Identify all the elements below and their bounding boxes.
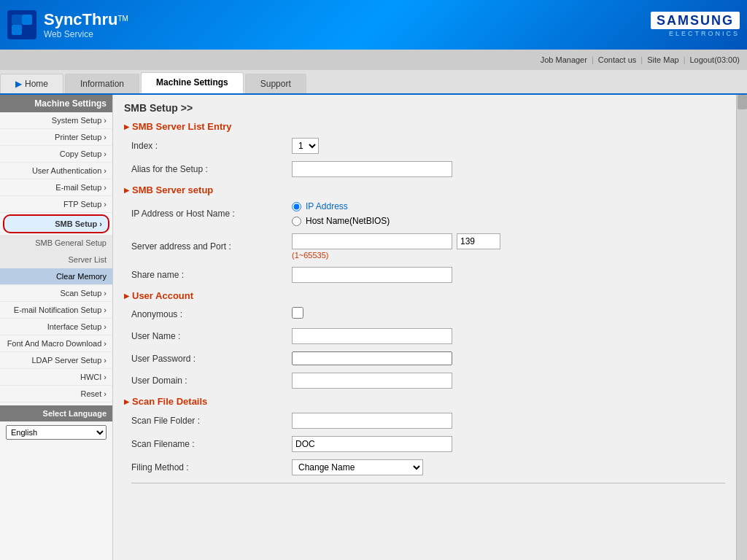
scan-filename-label: Scan Filename : — [131, 439, 292, 449]
language-select-wrapper: English Português Español Français Deuts… — [0, 421, 112, 443]
scan-folder-row: Scan File Folder : — [124, 413, 725, 429]
scan-folder-control — [292, 413, 452, 429]
web-service-text: Web Service — [44, 29, 128, 39]
ip-address-text: IP Address — [306, 201, 348, 211]
sidebar-item-system-setup[interactable]: System Setup › — [0, 112, 112, 129]
site-map-link[interactable]: Site Map — [647, 55, 678, 64]
sep1: | — [592, 55, 594, 64]
content: SMB Setup >> SMB Server List Entry Index… — [113, 95, 736, 560]
tab-home[interactable]: ▶ Home — [0, 74, 63, 93]
server-port-control: (1~65535) — [292, 233, 500, 260]
electronics-text: ELECTRONICS — [651, 30, 740, 37]
sidebar-item-clear-memory[interactable]: Clear Memory — [0, 268, 112, 285]
filing-method-select[interactable]: Change Name Overwrite Cancel — [292, 459, 423, 475]
scrollbar[interactable] — [736, 95, 747, 560]
server-address-input[interactable] — [292, 233, 452, 249]
port-input[interactable] — [457, 233, 500, 249]
samsung-name: SAMSUNG — [651, 12, 740, 29]
username-input[interactable] — [292, 328, 452, 344]
smb-server-list-entry-title: SMB Server List Entry — [124, 121, 725, 132]
index-select[interactable]: 1 2 3 4 5 — [292, 138, 319, 154]
anonymous-checkbox[interactable] — [292, 307, 303, 319]
index-control: 1 2 3 4 5 — [292, 138, 319, 154]
sidebar-item-server-list[interactable]: Server List — [0, 252, 112, 268]
sidebar-item-email-setup[interactable]: E-mail Setup › — [0, 179, 112, 196]
ip-address-radio[interactable] — [292, 202, 301, 211]
sidebar-item-reset[interactable]: Reset › — [0, 386, 112, 402]
scan-filename-control — [292, 436, 452, 452]
scan-folder-input[interactable] — [292, 413, 452, 429]
scrollbar-thumb[interactable] — [738, 95, 747, 109]
password-label: User Password : — [131, 354, 292, 364]
sidebar: Machine Settings System Setup › Printer … — [0, 95, 113, 560]
contact-us-link[interactable]: Contact us — [598, 55, 637, 64]
sidebar-item-interface-setup[interactable]: Interface Setup › — [0, 319, 112, 335]
host-name-radio-label[interactable]: Host Name(NetBIOS) — [292, 216, 390, 226]
sep3: | — [684, 55, 686, 64]
alias-control — [292, 161, 452, 177]
domain-row: User Domain : — [124, 373, 725, 389]
header: SyncThruTM Web Service SAMSUNG ELECTRONI… — [0, 0, 747, 50]
samsung-logo: SAMSUNG ELECTRONICS — [651, 13, 740, 37]
server-port-label: Server address and Port : — [131, 241, 292, 252]
main-layout: Machine Settings System Setup › Printer … — [0, 95, 747, 560]
scan-filename-input[interactable] — [292, 436, 452, 452]
filing-method-control: Change Name Overwrite Cancel — [292, 459, 423, 475]
sidebar-item-font-macro[interactable]: Font And Macro Download › — [0, 335, 112, 352]
sidebar-item-ftp-setup[interactable]: FTP Setup › — [0, 196, 112, 213]
ip-host-control: IP Address Host Name(NetBIOS) — [292, 201, 390, 226]
sidebar-item-smb-general[interactable]: SMB General Setup — [0, 235, 112, 252]
username-label: User Name : — [131, 331, 292, 341]
password-input[interactable] — [292, 351, 452, 365]
domain-input[interactable] — [292, 373, 452, 389]
password-row: User Password : — [124, 351, 725, 365]
username-control — [292, 328, 452, 344]
sidebar-header: Machine Settings — [0, 95, 112, 112]
alias-label: Alias for the Setup : — [131, 164, 292, 174]
sidebar-item-hwci[interactable]: HWCI › — [0, 369, 112, 386]
syncthru-text: SyncThru — [44, 10, 117, 28]
sidebar-item-copy-setup[interactable]: Copy Setup › — [0, 146, 112, 163]
information-label: Information — [80, 79, 124, 89]
password-control — [292, 351, 452, 365]
sidebar-item-email-notify[interactable]: E-mail Notification Setup › — [0, 302, 112, 319]
tab-machine-settings[interactable]: Machine Settings — [141, 72, 244, 93]
scan-file-details-title: Scan File Details — [124, 396, 725, 407]
ip-address-radio-label[interactable]: IP Address — [292, 201, 390, 211]
svg-rect-3 — [22, 25, 32, 35]
host-name-radio[interactable] — [292, 217, 301, 226]
user-account-title: User Account — [124, 290, 725, 301]
svg-rect-0 — [12, 15, 22, 25]
tab-information[interactable]: Information — [65, 74, 139, 93]
sep2: | — [640, 55, 643, 64]
logo-text: SyncThruTM Web Service — [44, 10, 128, 39]
ip-host-label: IP Address or Host Name : — [131, 209, 292, 219]
filing-method-row: Filing Method : Change Name Overwrite Ca… — [124, 459, 725, 475]
content-inner: SMB Setup >> SMB Server List Entry Index… — [124, 102, 725, 483]
ip-host-row: IP Address or Host Name : IP Address Hos… — [124, 201, 725, 226]
sidebar-item-scan-setup[interactable]: Scan Setup › — [0, 285, 112, 302]
top-nav: Job Manager | Contact us | Site Map | Lo… — [0, 50, 747, 70]
logout-link[interactable]: Logout(03:00) — [690, 55, 740, 64]
machine-settings-label: Machine Settings — [156, 77, 228, 88]
home-arrow: ▶ — [15, 79, 22, 89]
alias-input[interactable] — [292, 161, 452, 177]
sidebar-item-smb-setup[interactable]: SMB Setup › — [3, 214, 109, 233]
domain-control — [292, 373, 452, 389]
anonymous-control — [292, 307, 303, 321]
tab-bar: ▶ Home Information Machine Settings Supp… — [0, 70, 747, 95]
share-name-label: Share name : — [131, 270, 292, 280]
divider — [131, 483, 725, 483]
port-range: (1~65535) — [292, 251, 328, 260]
sidebar-item-user-auth[interactable]: User Authentication › — [0, 163, 112, 179]
share-name-input[interactable] — [292, 267, 452, 283]
job-manager-link[interactable]: Job Manager — [541, 55, 587, 64]
scan-folder-label: Scan File Folder : — [131, 416, 292, 426]
tab-support[interactable]: Support — [245, 74, 306, 93]
sidebar-item-printer-setup[interactable]: Printer Setup › — [0, 129, 112, 146]
language-select[interactable]: English Português Español Français Deuts… — [6, 425, 107, 440]
alias-row: Alias for the Setup : — [124, 161, 725, 177]
scan-filename-row: Scan Filename : — [124, 436, 725, 452]
anonymous-label: Anonymous : — [131, 309, 292, 319]
sidebar-item-ldap[interactable]: LDAP Server Setup › — [0, 352, 112, 369]
